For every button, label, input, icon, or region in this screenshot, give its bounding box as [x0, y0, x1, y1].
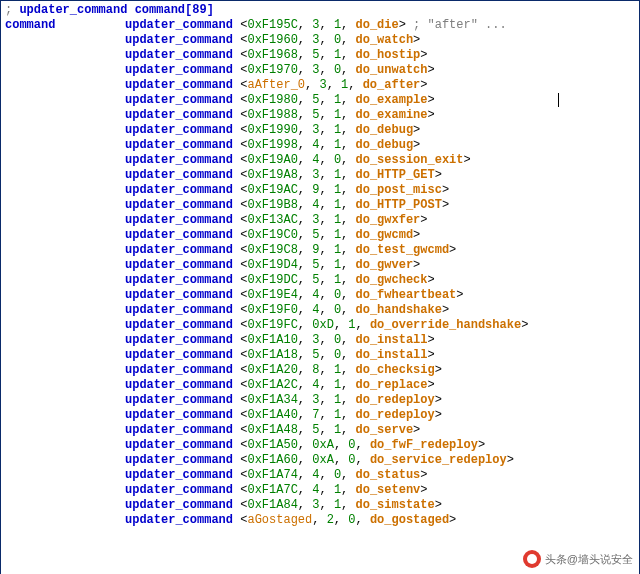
handler-function: do_debug	[355, 138, 413, 152]
struct-type-label: updater_command	[125, 228, 233, 242]
handler-function: do_examine	[355, 108, 427, 122]
arg-a: 2	[327, 513, 334, 527]
command-row[interactable]: updater_command <0xF1A50, 0xA, 0, do_fwF…	[5, 438, 635, 453]
command-row[interactable]: updater_command <0xF1A48, 5, 1, do_serve…	[5, 423, 635, 438]
arg-a: 3	[319, 78, 326, 92]
handler-function: do_install	[355, 348, 427, 362]
symbol-identifier: aGostaged	[247, 513, 312, 527]
address-literal: 0xF1970	[247, 63, 297, 77]
command-row[interactable]: updater_command <0xF1A18, 5, 0, do_insta…	[5, 348, 635, 363]
address-literal: 0xF1A60	[247, 453, 297, 467]
handler-function: do_HTTP_GET	[355, 168, 434, 182]
arg-b: 0	[334, 468, 341, 482]
handler-function: do_checksig	[355, 363, 434, 377]
handler-function: do_watch	[355, 33, 413, 47]
command-row[interactable]: updater_command <0xF19F0, 4, 0, do_hands…	[5, 303, 635, 318]
address-literal: 0xF19E4	[247, 288, 297, 302]
arg-b: 1	[334, 108, 341, 122]
address-literal: 0xF1A20	[247, 363, 297, 377]
address-literal: 0xF19A0	[247, 153, 297, 167]
handler-function: do_setenv	[355, 483, 420, 497]
inline-comment: ; "after" ...	[406, 18, 507, 32]
struct-type-label: updater_command	[125, 348, 233, 362]
command-row[interactable]: updater_command <0xF1A2C, 4, 1, do_repla…	[5, 378, 635, 393]
arg-b: 1	[334, 168, 341, 182]
command-row[interactable]: updater_command <0xF1A7C, 4, 1, do_seten…	[5, 483, 635, 498]
address-literal: 0xF1A74	[247, 468, 297, 482]
command-row[interactable]: commandupdater_command <0xF195C, 3, 1, d…	[5, 18, 635, 33]
command-row[interactable]: updater_command <0xF19FC, 0xD, 1, do_ove…	[5, 318, 635, 333]
command-row[interactable]: updater_command <0xF19AC, 9, 1, do_post_…	[5, 183, 635, 198]
command-row[interactable]: updater_command <0xF19A0, 4, 0, do_sessi…	[5, 153, 635, 168]
arg-b: 1	[334, 408, 341, 422]
command-row[interactable]: updater_command <aGostaged, 2, 0, do_gos…	[5, 513, 635, 528]
address-literal: 0xF19AC	[247, 183, 297, 197]
handler-function: do_fwheartbeat	[355, 288, 456, 302]
arg-b: 1	[334, 123, 341, 137]
address-literal: 0xF1A40	[247, 408, 297, 422]
struct-type-label: updater_command	[125, 378, 233, 392]
command-row[interactable]: updater_command <0xF1A60, 0xA, 0, do_ser…	[5, 453, 635, 468]
watermark-text: 头条@墙头说安全	[545, 552, 633, 567]
address-literal: 0xF1A2C	[247, 378, 297, 392]
command-row[interactable]: updater_command <0xF1A74, 4, 0, do_statu…	[5, 468, 635, 483]
handler-function: do_redeploy	[355, 393, 434, 407]
command-row[interactable]: updater_command <0xF1A20, 8, 1, do_check…	[5, 363, 635, 378]
command-row[interactable]: updater_command <0xF1A34, 3, 1, do_redep…	[5, 393, 635, 408]
command-row[interactable]: updater_command <0xF1970, 3, 0, do_unwat…	[5, 63, 635, 78]
command-row[interactable]: updater_command <0xF19A8, 3, 1, do_HTTP_…	[5, 168, 635, 183]
command-row[interactable]: updater_command <0xF1980, 5, 1, do_examp…	[5, 93, 635, 108]
command-row[interactable]: updater_command <0xF1960, 3, 0, do_watch…	[5, 33, 635, 48]
address-literal: 0xF1990	[247, 123, 297, 137]
arg-b: 1	[334, 183, 341, 197]
command-row[interactable]: updater_command <0xF1A84, 3, 1, do_simst…	[5, 498, 635, 513]
command-row[interactable]: updater_command <0xF1A10, 3, 0, do_insta…	[5, 333, 635, 348]
address-literal: 0xF19FC	[247, 318, 297, 332]
address-literal: 0xF19DC	[247, 273, 297, 287]
command-row[interactable]: updater_command <aAfter_0, 3, 1, do_afte…	[5, 78, 635, 93]
struct-type-label: updater_command	[125, 483, 233, 497]
address-literal: 0xF19C0	[247, 228, 297, 242]
address-literal: 0xF1998	[247, 138, 297, 152]
command-row[interactable]: updater_command <0xF1968, 5, 1, do_hosti…	[5, 48, 635, 63]
command-row[interactable]: updater_command <0xF19C8, 9, 1, do_test_…	[5, 243, 635, 258]
command-row[interactable]: updater_command <0xF1A40, 7, 1, do_redep…	[5, 408, 635, 423]
arg-b: 0	[334, 348, 341, 362]
arg-b: 1	[334, 243, 341, 257]
handler-function: do_gwcheck	[355, 273, 427, 287]
command-row[interactable]: updater_command <0xF13AC, 3, 1, do_gwxfe…	[5, 213, 635, 228]
command-row[interactable]: updater_command <0xF19C0, 5, 1, do_gwcmd…	[5, 228, 635, 243]
address-literal: 0xF195C	[247, 18, 297, 32]
handler-function: do_session_exit	[355, 153, 463, 167]
command-row[interactable]: updater_command <0xF19B8, 4, 1, do_HTTP_…	[5, 198, 635, 213]
arg-b: 1	[334, 228, 341, 242]
struct-type-label: updater_command	[125, 108, 233, 122]
command-row[interactable]: updater_command <0xF19E4, 4, 0, do_fwhea…	[5, 288, 635, 303]
command-row[interactable]: updater_command <0xF1988, 5, 1, do_exami…	[5, 108, 635, 123]
struct-type-label: updater_command	[125, 258, 233, 272]
command-row[interactable]: updater_command <0xF1998, 4, 1, do_debug…	[5, 138, 635, 153]
handler-function: do_serve	[355, 423, 413, 437]
arg-b: 1	[334, 138, 341, 152]
arg-b: 1	[334, 93, 341, 107]
command-row[interactable]: updater_command <0xF1990, 3, 1, do_debug…	[5, 123, 635, 138]
command-row[interactable]: updater_command <0xF19DC, 5, 1, do_gwche…	[5, 273, 635, 288]
address-literal: 0xF1988	[247, 108, 297, 122]
disassembly-listing[interactable]: ; updater_command command[89] commandupd…	[0, 0, 640, 574]
arg-a: 0xA	[312, 438, 334, 452]
struct-type-label: updater_command	[125, 498, 233, 512]
arg-b: 0	[334, 303, 341, 317]
struct-header: ; updater_command command[89]	[5, 3, 635, 18]
address-literal: 0xF1A7C	[247, 483, 297, 497]
command-row[interactable]: updater_command <0xF19D4, 5, 1, do_gwver…	[5, 258, 635, 273]
address-literal: 0xF1A48	[247, 423, 297, 437]
handler-function: do_debug	[355, 123, 413, 137]
struct-type-label: updater_command	[125, 93, 233, 107]
address-literal: 0xF1A84	[247, 498, 297, 512]
struct-type-label: updater_command	[125, 333, 233, 347]
watermark-logo-icon	[523, 550, 541, 568]
handler-function: do_simstate	[355, 498, 434, 512]
address-literal: 0xF1A18	[247, 348, 297, 362]
arg-a: 0xD	[312, 318, 334, 332]
arg-b: 1	[334, 273, 341, 287]
